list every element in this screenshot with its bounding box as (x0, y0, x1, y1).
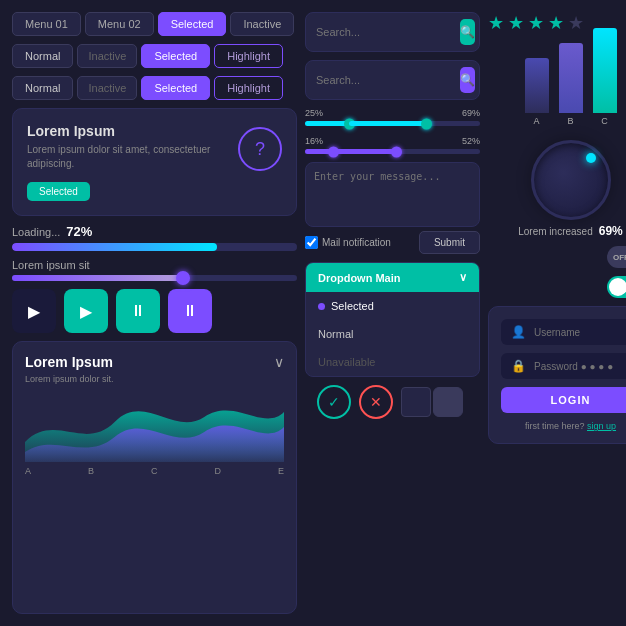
middle-column: 🔍 🔍 25% 69% 16% (305, 12, 480, 614)
loading-section: Loading... 72% (12, 224, 297, 251)
tab-selected[interactable]: Selected (158, 12, 227, 36)
slider-thumb[interactable] (176, 271, 190, 285)
signup-link[interactable]: sign up (587, 421, 616, 431)
chart-labels: A B C D E (25, 466, 284, 476)
toggle-on-knob (609, 278, 626, 296)
knob-section: Lorem increased 69% (488, 140, 626, 238)
dropdown-chevron-icon: ∨ (459, 271, 467, 284)
btn-selected-1[interactable]: Selected (141, 44, 210, 68)
check-icon[interactable]: ✓ (317, 385, 351, 419)
toggles-section: OFF ON (488, 246, 626, 298)
range-track-1[interactable] (305, 121, 480, 126)
btn-inactive-2[interactable]: Inactive (77, 76, 137, 100)
loading-label: Loading... (12, 226, 60, 238)
chart-header: Lorem Ipsum ∨ (25, 354, 284, 370)
range-section: 25% 69% 16% 52% (305, 108, 480, 154)
search-box-2: 🔍 (305, 60, 480, 100)
star-1[interactable]: ★ (488, 12, 504, 34)
chart-area (25, 392, 284, 462)
play-teal-button[interactable]: ▶ (64, 289, 108, 333)
card-selected-button[interactable]: Selected (27, 182, 90, 201)
card-body: Lorem ipsum dolor sit amet, consectetuer… (27, 143, 228, 171)
search-button-1[interactable]: 🔍 (460, 19, 475, 45)
overlap-square-icon[interactable] (433, 387, 463, 417)
login-form: 👤 🔒 LOGIN first time here? sign up (488, 306, 626, 444)
mail-notification-checkbox[interactable] (305, 236, 318, 249)
toggle-row-on: ON (488, 276, 626, 298)
btn-normal-2[interactable]: Normal (12, 76, 73, 100)
btn-highlight-1[interactable]: Highlight (214, 44, 283, 68)
bar-chart: A B C (519, 42, 623, 132)
pause-purple-button[interactable]: ⏸ (168, 289, 212, 333)
square-icon[interactable] (401, 387, 431, 417)
info-card: Lorem Ipsum Lorem ipsum dolor sit amet, … (12, 108, 297, 216)
dropdown-dot (318, 303, 325, 310)
button-row-1: Normal Inactive Selected Highlight (12, 44, 297, 68)
lock-icon: 🔒 (511, 359, 526, 373)
submit-button[interactable]: Submit (419, 231, 480, 254)
toggle-on[interactable]: ON (607, 276, 626, 298)
btn-inactive-1[interactable]: Inactive (77, 44, 137, 68)
chart-card: Lorem Ipsum ∨ Lorem ipsum dolor sit. (12, 341, 297, 614)
slider-section: Lorem ipsum sit (12, 259, 297, 281)
range-row-2: 16% 52% (305, 136, 480, 154)
range-row-1: 25% 69% (305, 108, 480, 126)
message-textarea[interactable] (305, 162, 480, 227)
card-icon: ? (238, 127, 282, 171)
search-input-1[interactable] (316, 26, 454, 38)
password-field: 🔒 (501, 353, 626, 379)
dropdown-header[interactable]: Dropdown Main ∨ (306, 263, 479, 292)
login-button[interactable]: LOGIN (501, 387, 626, 413)
play-dark-button[interactable]: ▶ (12, 289, 56, 333)
star-3[interactable]: ★ (528, 12, 544, 34)
range-labels-2: 16% 52% (305, 136, 480, 146)
dropdown: Dropdown Main ∨ Selected Normal Unavaila… (305, 262, 480, 377)
dropdown-item-normal[interactable]: Normal (306, 320, 479, 348)
star-5[interactable]: ★ (568, 12, 584, 34)
knob-label: Lorem increased (518, 226, 592, 237)
btn-highlight-2[interactable]: Highlight (214, 76, 283, 100)
loading-percent: 72% (66, 224, 92, 239)
username-input[interactable] (534, 327, 626, 338)
username-field: 👤 (501, 319, 626, 345)
action-icons: ✓ ✕ (305, 385, 480, 419)
star-4[interactable]: ★ (548, 12, 564, 34)
bar-chart-section: A B C (488, 42, 626, 132)
user-icon: 👤 (511, 325, 526, 339)
chart-collapse-icon[interactable]: ∨ (274, 354, 284, 370)
button-row-2: Normal Inactive Selected Highlight (12, 76, 297, 100)
card-text: Lorem Ipsum Lorem ipsum dolor sit amet, … (27, 123, 228, 201)
bar-a: A (525, 58, 549, 126)
range-track-2[interactable] (305, 149, 480, 154)
search-input-2[interactable] (316, 74, 454, 86)
pause-teal-button[interactable]: ⏸ (116, 289, 160, 333)
tab-inactive[interactable]: Inactive (230, 12, 294, 36)
left-column: Menu 01 Menu 02 Selected Inactive Normal… (12, 12, 297, 614)
slider-fill (12, 275, 183, 281)
range-left-1: 25% (305, 108, 323, 118)
mail-notification-label[interactable]: Mail notification (305, 236, 391, 249)
right-column: ★ ★ ★ ★ ★ A B C (488, 12, 626, 614)
dropdown-item-selected[interactable]: Selected (306, 292, 479, 320)
card-title: Lorem Ipsum (27, 123, 228, 139)
btn-normal-1[interactable]: Normal (12, 44, 73, 68)
knob-indicator (586, 153, 596, 163)
dropdown-item-unavailable: Unavailable (306, 348, 479, 376)
range-right-2: 52% (462, 136, 480, 146)
star-2[interactable]: ★ (508, 12, 524, 34)
range-labels-1: 25% 69% (305, 108, 480, 118)
dropdown-title: Dropdown Main (318, 272, 401, 284)
knob[interactable] (531, 140, 611, 220)
slider-track[interactable] (12, 275, 297, 281)
password-input[interactable] (534, 361, 626, 372)
chart-subtitle: Lorem ipsum dolor sit. (25, 374, 284, 384)
close-icon[interactable]: ✕ (359, 385, 393, 419)
tab-menu02[interactable]: Menu 02 (85, 12, 154, 36)
tab-menu01[interactable]: Menu 01 (12, 12, 81, 36)
bar-b: B (559, 43, 583, 126)
btn-selected-2[interactable]: Selected (141, 76, 210, 100)
search-button-2[interactable]: 🔍 (460, 67, 475, 93)
toggle-off[interactable]: OFF (607, 246, 626, 268)
bar-c: C (593, 28, 617, 126)
chart-title: Lorem Ipsum (25, 354, 113, 370)
